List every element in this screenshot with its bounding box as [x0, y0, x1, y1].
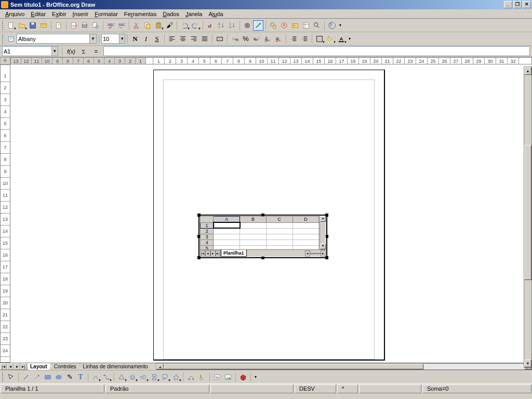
delete-decimal-button[interactable]: .00.0 [273, 34, 284, 44]
col-header[interactable]: B [240, 217, 267, 223]
line-tool[interactable] [21, 372, 31, 382]
ellipse-tool[interactable] [54, 372, 64, 382]
tab-nav-next[interactable]: ▸ [14, 363, 20, 370]
menu-inserir[interactable]: Inserir [70, 11, 92, 17]
status-sum[interactable]: Soma=0 [422, 384, 531, 393]
export-pdf-button[interactable]: PDF [69, 20, 79, 31]
cell[interactable] [292, 234, 319, 240]
toolbar-grip[interactable] [2, 373, 4, 382]
copy-button[interactable] [142, 20, 153, 31]
row-header[interactable]: 1 [201, 222, 214, 228]
cell[interactable] [266, 234, 292, 240]
insert-chart-button[interactable] [242, 20, 252, 31]
fontwork-tool[interactable]: fw [212, 372, 222, 382]
status-style[interactable]: Padrão [105, 384, 209, 393]
open-button[interactable]: ▼ [17, 20, 27, 31]
sheet-nav-first[interactable]: |◂ [200, 250, 205, 257]
gallery-button[interactable] [290, 20, 300, 31]
redo-button[interactable]: ▼ [190, 20, 201, 31]
menu-ajuda[interactable]: Ajuda [205, 11, 226, 17]
styles-button[interactable] [6, 34, 16, 44]
menu-editar[interactable]: Editar [28, 11, 49, 17]
background-color-button[interactable]: ▼ [325, 34, 336, 44]
rectangle-tool[interactable] [43, 372, 53, 382]
col-header[interactable]: C [266, 217, 292, 223]
cell[interactable] [266, 240, 292, 245]
connector-tool[interactable]: ▼ [101, 372, 112, 382]
chart-button[interactable] [205, 20, 216, 31]
standard-format-button[interactable]: ‰ [251, 34, 262, 44]
mail-button[interactable] [38, 20, 49, 31]
align-center-button[interactable] [178, 34, 188, 44]
scroll-up-button[interactable]: ▲ [524, 67, 531, 75]
sum-button[interactable]: Σ [78, 47, 89, 56]
name-box-dropdown[interactable]: ▼ [51, 47, 58, 56]
line-arrow-tool[interactable] [32, 372, 42, 382]
tab-nav-first[interactable]: |◂ [0, 363, 7, 370]
cell[interactable] [214, 222, 240, 228]
cell[interactable] [292, 228, 319, 234]
formula-input[interactable] [103, 46, 530, 56]
scroll-down-icon[interactable]: ▼ [320, 244, 326, 249]
scroll-thumb[interactable] [524, 145, 531, 280]
tab-nav-prev[interactable]: ◂ [7, 363, 14, 370]
save-button[interactable] [28, 20, 38, 31]
col-header[interactable]: D [292, 217, 319, 223]
data-sources-button[interactable] [301, 20, 311, 31]
paste-button[interactable]: ▼ [153, 20, 164, 31]
function-wizard-button[interactable]: f(x) [66, 47, 76, 56]
format-paintbrush-button[interactable]: 🖌 [164, 20, 175, 31]
scroll-left-button[interactable]: ◂ [156, 364, 164, 369]
function-button[interactable]: = [91, 47, 101, 56]
stars-tool[interactable]: ▼ [171, 372, 181, 382]
find-replace-button[interactable] [268, 20, 278, 31]
menu-formatar[interactable]: Formatar [91, 11, 121, 17]
row-header[interactable]: 4 [201, 240, 214, 245]
auto-spellcheck-button[interactable]: ABC [116, 20, 127, 31]
drawing-canvas[interactable]: ABCD12345 ▲ ▼ |◂ ◂ ▸ ▸| Planilha1 ◂ ▸ [10, 64, 532, 363]
cell[interactable] [214, 234, 240, 240]
show-draw-functions-button[interactable] [253, 20, 263, 31]
sheet-nav-next[interactable]: ▸ [210, 250, 216, 257]
hscroll-thumb[interactable] [164, 364, 423, 369]
toolbar-grip[interactable] [2, 21, 4, 30]
font-size-input[interactable] [102, 36, 119, 42]
block-arrows-tool[interactable]: ▼ [138, 372, 149, 382]
menu-exibir[interactable]: Exibir [49, 11, 70, 17]
vertical-scrollbar[interactable]: ▲ ▼ [524, 66, 532, 368]
symbol-shapes-tool[interactable]: ▼ [127, 372, 138, 382]
font-size-dropdown[interactable]: ▼ [119, 34, 125, 43]
undo-button[interactable]: ▼ [179, 20, 190, 31]
row-header[interactable]: 2 [201, 228, 214, 234]
font-color-button[interactable]: A▼ [336, 34, 347, 44]
text-tool[interactable]: T [75, 372, 86, 382]
vertical-ruler[interactable]: 123456789101112131415161718192021222324 [0, 64, 10, 363]
cell[interactable] [240, 222, 267, 228]
cell[interactable] [214, 228, 240, 234]
font-name-input[interactable] [17, 36, 89, 42]
align-right-button[interactable] [189, 34, 199, 44]
increase-indent-button[interactable] [299, 34, 310, 44]
cell[interactable] [292, 240, 319, 245]
name-box[interactable]: ▼ [2, 46, 58, 56]
print-button[interactable] [79, 20, 90, 31]
cell[interactable] [292, 222, 319, 228]
align-justify-button[interactable] [200, 34, 210, 44]
tab-layout[interactable]: Layout [27, 363, 51, 370]
sort-asc-button[interactable]: AZ [216, 20, 227, 31]
embedded-spreadsheet[interactable]: ABCD12345 ▲ ▼ |◂ ◂ ▸ ▸| Planilha1 ◂ ▸ [198, 215, 327, 258]
curve-tool[interactable]: ▼ [90, 372, 101, 382]
new-button[interactable]: ▼ [6, 20, 16, 31]
cell[interactable] [240, 234, 267, 240]
menu-ferramentas[interactable]: Ferramentas [121, 11, 159, 17]
italic-button[interactable]: I [141, 34, 151, 44]
merge-cells-button[interactable] [215, 34, 225, 44]
cell[interactable] [240, 240, 267, 245]
mini-vscroll[interactable]: ▲ ▼ [320, 216, 326, 249]
edit-file-button[interactable] [54, 20, 64, 31]
restore-button[interactable]: ❐ [513, 1, 522, 8]
currency-button[interactable]: % [230, 34, 240, 44]
toolbar-grip[interactable] [2, 34, 4, 44]
sheet-tab[interactable]: Planilha1 [221, 250, 247, 257]
tab-controles[interactable]: Controles [51, 363, 80, 370]
